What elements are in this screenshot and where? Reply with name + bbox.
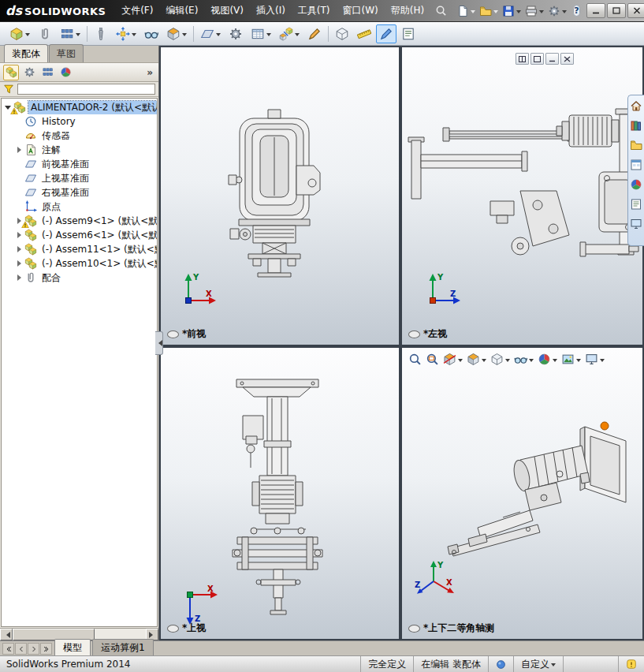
maximize-button[interactable] [607,3,626,18]
expander-icon[interactable] [15,146,24,155]
tree-item-annotations[interactable]: 注解 [2,143,157,157]
dassault-logo-icon: ds [6,3,22,18]
menu-insert[interactable]: 插入(I) [250,2,292,20]
first-tab-button[interactable] [2,643,14,655]
insert-components-button[interactable] [6,24,33,43]
save-button[interactable] [501,3,523,19]
zoom-fit-button[interactable] [407,352,423,367]
menu-tools[interactable]: 工具(T) [292,2,337,20]
appearances-scenes-tab[interactable] [630,178,642,191]
exploded-view-button[interactable] [276,24,303,43]
tree-item-sensors[interactable]: 传感器 [2,129,157,143]
menu-file[interactable]: 文件(F) [115,2,159,20]
menu-help[interactable]: 帮助(H) [385,2,430,20]
display-style-button[interactable] [489,352,512,367]
expander-icon[interactable] [15,274,24,282]
viewport-top[interactable]: X Z *上视 [161,348,399,639]
dimxpertmanager-tab[interactable] [58,65,73,80]
scroll-left-button[interactable] [0,629,13,640]
four-view-button[interactable] [530,53,544,65]
panel-splitter-handle[interactable] [155,331,163,355]
tree-item-origin[interactable]: 原点 [2,200,157,214]
hide-show-items-button[interactable] [512,352,535,367]
propertymanager-tab[interactable] [21,65,37,80]
zoom-area-button[interactable] [424,352,441,367]
apply-scene-button[interactable] [560,352,583,367]
view-settings-button[interactable] [583,352,606,367]
previous-tab-button[interactable] [15,643,27,655]
tree-item-assem9[interactable]: (-) Assem9<1> (默认<默认 [2,214,157,228]
titlebar: ds SOLIDWORKS 文件(F) 编辑(E) 视图(V) 插入(I) 工具… [0,0,644,22]
move-component-button[interactable] [113,24,140,43]
help-button[interactable]: ? [573,5,579,17]
viewport-minimize-button[interactable] [545,53,559,65]
new-motion-study-button[interactable] [225,24,246,43]
close-button[interactable] [627,3,644,18]
next-tab-button[interactable] [28,643,39,655]
tree-item-mates[interactable]: 配合 [2,271,157,285]
tree-item-history[interactable]: History [2,114,157,129]
viewport-close-button[interactable] [560,53,574,65]
performance-evaluation-button[interactable] [398,24,419,43]
minimize-button[interactable] [586,3,605,18]
assembly-features-button[interactable] [163,24,190,43]
solidworks-resources-tab[interactable] [630,99,642,112]
more-tabs-chevron[interactable]: » [147,67,155,78]
bill-of-materials-button[interactable] [248,24,274,43]
menu-edit[interactable]: 编辑(E) [159,2,204,20]
configurationmanager-tab[interactable] [39,65,55,80]
quick-tips-segment[interactable] [618,656,644,672]
options-button[interactable] [546,3,568,19]
tree-item-top-plane[interactable]: 上视基准面 [2,171,157,185]
new-document-button[interactable] [455,3,477,19]
custom-status[interactable]: 自定义 [513,656,563,672]
viewport-iso[interactable]: Y X Z *上下二等角轴测 [402,348,642,639]
print-button[interactable] [523,3,545,19]
section-view-button[interactable] [441,352,464,367]
tree-item-root-assembly[interactable]: ALIMENTADOR-2 (默认<默认_ [2,100,157,114]
edit-appearance-button[interactable] [536,352,559,367]
menu-window[interactable]: 窗口(W) [337,2,385,20]
show-hidden-components-button[interactable] [141,24,162,43]
reference-geometry-button[interactable] [197,24,224,43]
expander-icon[interactable] [15,259,24,268]
expander-icon[interactable] [15,245,24,254]
measure-button[interactable] [354,24,374,43]
tab-model[interactable]: 模型 [54,639,91,655]
viewport-label-front: *前视 [167,327,206,341]
mate-button[interactable] [35,24,55,43]
open-button[interactable] [478,3,500,19]
view-palette-tab[interactable] [630,159,642,171]
filter-funnel-icon[interactable] [3,84,14,95]
view-orientation-button[interactable] [465,352,488,367]
interference-detection-button[interactable] [332,24,352,43]
linear-component-pattern-button[interactable] [57,24,84,43]
properties-form-icon [630,198,642,211]
tree-item-assem11[interactable]: (-) Assem11<1> (默认<默认 [2,242,157,256]
last-tab-button[interactable] [40,643,52,655]
assembly-visualization-button[interactable] [376,24,396,43]
tab-motion-study-1[interactable]: 运动算例1 [92,639,154,655]
dropdown-caret-icon [553,359,557,364]
explode-line-sketch-button[interactable] [304,24,325,43]
file-explorer-tab[interactable] [630,139,642,151]
viewport-left[interactable]: Y Z *左视 [402,47,642,345]
smart-fasteners-button[interactable] [91,24,111,43]
toolbar-separator [87,26,87,42]
custom-properties-tab[interactable] [630,198,642,211]
tree-item-assem6[interactable]: (-) Assem6<1> (默认<默认_ [2,228,157,242]
menu-view[interactable]: 视图(V) [204,2,250,20]
expander-icon[interactable] [15,231,24,240]
design-library-tab[interactable] [630,119,642,132]
viewport-front[interactable]: Y X *前视 [161,47,399,345]
filter-input[interactable] [17,84,155,95]
search-icon[interactable] [435,5,447,17]
featuremanager-tree-tab[interactable] [3,65,19,80]
tab-assembly[interactable]: 装配体 [4,44,48,62]
tree-item-right-plane[interactable]: 右视基准面 [2,185,157,200]
tree-item-front-plane[interactable]: 前视基准面 [2,157,157,171]
tree-item-assem10[interactable]: (-) Assem10<1> (默认<默认 [2,256,157,271]
document-recovery-tab[interactable] [630,218,642,230]
single-view-button[interactable] [516,53,529,65]
tab-sketch[interactable]: 草图 [49,44,84,62]
